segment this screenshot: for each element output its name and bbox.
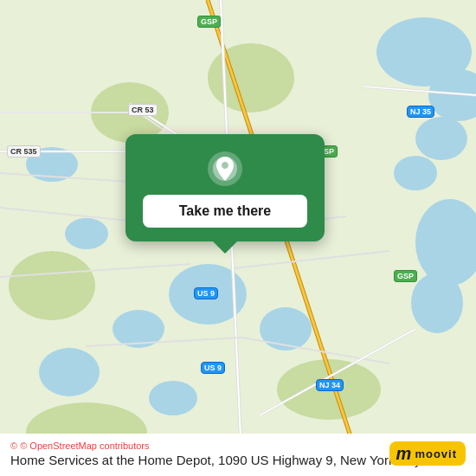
road-label-nj35: NJ 35 <box>407 106 434 118</box>
map-container: GSP CR 535 CR 53 GSP NJ 35 US 9 GSP US 9… <box>0 0 476 476</box>
road-label-cr535: CR 535 <box>7 145 41 158</box>
moovit-m-letter: m <box>396 445 412 462</box>
svg-point-4 <box>415 199 476 286</box>
road-label-nj34: NJ 34 <box>316 379 344 391</box>
moovit-text: moovit <box>415 447 457 460</box>
svg-point-10 <box>260 307 312 351</box>
svg-point-13 <box>208 43 294 113</box>
svg-line-33 <box>87 338 242 346</box>
take-me-there-button[interactable]: Take me there <box>143 195 307 228</box>
copyright-symbol: © <box>10 441 17 451</box>
svg-point-12 <box>149 381 197 415</box>
svg-point-5 <box>411 273 463 333</box>
moovit-logo[interactable]: m moovit <box>389 441 466 466</box>
svg-point-3 <box>394 156 437 190</box>
svg-point-11 <box>39 348 100 396</box>
road-label-gsp-bot: GSP <box>394 270 417 282</box>
svg-line-32 <box>234 251 389 268</box>
road-label-us9-3: US 9 <box>201 362 225 374</box>
popup-card: Take me there <box>125 134 325 241</box>
attribution-text: © OpenStreetMap contributors <box>20 441 149 451</box>
road-label-us9-2: US 9 <box>194 287 218 299</box>
road-label-gsp-top: GSP <box>197 16 221 28</box>
location-pin <box>206 150 244 188</box>
road-label-cr53: CR 53 <box>128 104 158 116</box>
svg-point-7 <box>65 218 108 249</box>
svg-line-34 <box>242 338 389 363</box>
svg-point-2 <box>415 117 467 160</box>
svg-point-15 <box>9 251 95 320</box>
